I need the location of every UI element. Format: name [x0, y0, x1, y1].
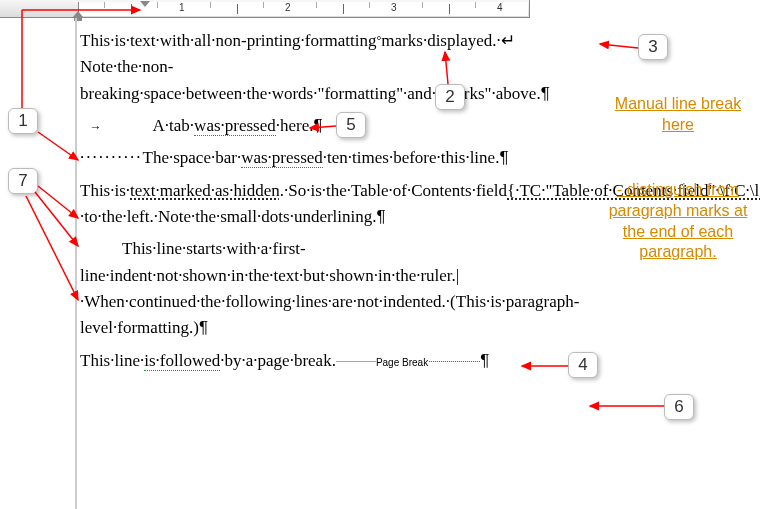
hidden-text: text·marked·as·hidden [130, 181, 280, 200]
pilcrow-icon: ¶ [499, 148, 508, 167]
manual-line-break-icon: ↵ [501, 31, 515, 50]
callout-1: 1 [8, 108, 38, 134]
callout-3: 3 [638, 34, 668, 60]
paragraph-5: This·line·starts·with·a·first-line·inden… [80, 236, 586, 341]
paragraph-4: This·is·text·marked·as·hidden.·So·is·the… [80, 178, 586, 231]
ruler-mark: 3 [391, 2, 397, 13]
svg-line-6 [35, 192, 78, 246]
svg-line-1 [600, 44, 638, 48]
ruler-mark: 4 [497, 2, 503, 13]
svg-line-5 [38, 186, 78, 218]
paragraph-2: → A·tab·was·pressed·here.¶ [80, 113, 586, 139]
paragraph-1: This·is·text·with·all·non-printing·forma… [80, 28, 586, 107]
svg-line-7 [26, 196, 78, 300]
callout-5: 5 [336, 112, 366, 138]
ruler-mark: 2 [285, 2, 291, 13]
annotation-manual-line-break: Manual line break here [613, 94, 743, 136]
callout-6: 6 [664, 394, 694, 420]
pilcrow-icon: ¶ [541, 84, 550, 103]
pilcrow-icon: ¶ [377, 207, 386, 226]
pilcrow-icon: ¶ [480, 351, 489, 370]
ruler[interactable]: 1 2 3 4 [0, 0, 530, 18]
paragraph-6: This·line·is·followed·by·a·page·break.··… [80, 348, 586, 374]
pb-leader: ···················· [336, 357, 376, 366]
callout-7: 7 [8, 168, 38, 194]
space-dots: ·········· [80, 148, 143, 167]
page-left-margin [75, 18, 77, 509]
page-break-label: Page Break [376, 357, 428, 368]
paragraph-3: ··········The·space·bar·was·pressed·ten·… [80, 145, 586, 171]
first-line-indent-marker[interactable] [140, 1, 150, 7]
ruler-mark: 1 [179, 2, 185, 13]
tab-arrow-icon: → [80, 118, 110, 137]
svg-line-2 [38, 132, 78, 160]
callout-4: 4 [568, 352, 598, 378]
annotation-distinguish: - distinguish from paragraph marks at th… [608, 180, 748, 263]
callout-2: 2 [435, 84, 465, 110]
document-body[interactable]: This·is·text·with·all·non-printing·forma… [80, 28, 586, 376]
pilcrow-icon: ¶ [314, 116, 323, 135]
pilcrow-icon: ¶ [199, 318, 208, 337]
